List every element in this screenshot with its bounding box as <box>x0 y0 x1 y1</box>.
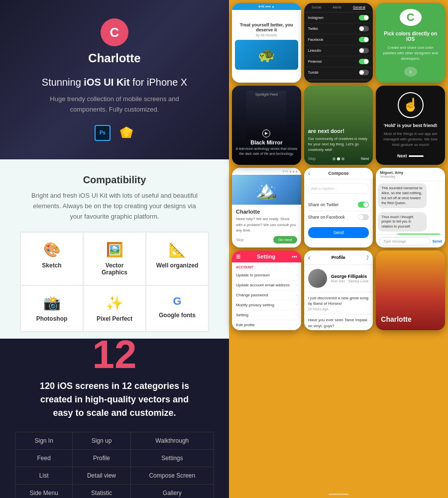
hamburger-icon[interactable]: ☰ <box>236 254 240 259</box>
pixel-feature-label: Pixel Perfect <box>97 315 132 322</box>
phone-colors: C Pick colors directly on iOS Create and… <box>376 3 445 83</box>
profile-subtitle: Ron Iver · Skinny Love <box>331 279 368 283</box>
settings-row-email[interactable]: Update account email address› <box>236 280 297 290</box>
colors-next-button[interactable]: › <box>404 67 417 77</box>
twitter-toggle[interactable] <box>359 26 369 31</box>
chat-recipient-names: Miguel, Amy <box>380 170 441 175</box>
table-cell: Settings <box>130 450 214 467</box>
profile-back-button[interactable]: ‹ <box>308 253 311 261</box>
stat-description: 120 iOS screens in 12 categories is crea… <box>35 379 194 420</box>
twitter-share-toggle[interactable] <box>358 202 369 208</box>
chat-message-input[interactable]: Type message <box>379 237 430 246</box>
pinterest-toggle[interactable] <box>359 59 369 64</box>
compose-back-button[interactable]: ‹ <box>308 170 310 177</box>
hero-title: Stunning iOS UI Kit for iPhone X <box>42 75 187 89</box>
bm-play-button[interactable]: ▶ <box>262 129 270 137</box>
settings-more-icon[interactable]: ••• <box>292 254 297 259</box>
settings-row-setting[interactable]: Setting› <box>236 310 297 320</box>
hero-subtitle: Huge trendy collection of mobile screens… <box>40 94 189 115</box>
settings-row-upgrade[interactable]: Update to premium› <box>236 270 297 280</box>
dot-2 <box>337 157 340 160</box>
nd-skip-button[interactable]: Skip <box>308 156 316 161</box>
logo-letter: C <box>110 25 119 40</box>
ob-content: Charlotte Need help? We are ready. Stuck… <box>232 205 301 248</box>
organized-feature-label: Well organized <box>156 262 198 269</box>
facebook-share-toggle[interactable] <box>358 214 369 220</box>
profile-page-title: Profile <box>332 255 345 260</box>
dot-3 <box>341 157 344 160</box>
profile-post-1-text: I just discovered a new great song by Ba… <box>308 295 369 306</box>
social-row-instagram: Instagram <box>304 12 373 23</box>
profile-text-info: George Fillipakis Ron Iver · Skinny Love <box>331 274 368 283</box>
hold-title: 'Hold' is your best friend! <box>384 123 438 128</box>
settings-row-privacy[interactable]: Modify privacy setting› <box>236 300 297 310</box>
social-row-pinterest: Pinterest <box>304 56 373 67</box>
compat-title: Compatibility <box>20 174 209 186</box>
settings-header: ☰ Setting ••• <box>232 250 301 262</box>
social-row-twitter: Twitter <box>304 23 373 34</box>
profile-post-1: I just discovered a new great song by Ba… <box>304 292 373 314</box>
social-row-tumblr: Tumblr <box>304 67 373 78</box>
photoshop-feature-icon: 📸 <box>43 295 61 311</box>
settings-title: Setting <box>257 253 275 259</box>
photoshop-feature-label: Photoshop <box>36 315 68 322</box>
phone-charlotte-final: Charlotte <box>376 250 445 330</box>
table-cell: Sign up <box>73 432 130 450</box>
table-cell: Feed <box>15 450 73 467</box>
phone-settings: ☰ Setting ••• ACCOUNT Update to premium›… <box>232 250 301 330</box>
table-cell: Gallery <box>130 485 214 498</box>
settings-row-edit-profile[interactable]: Edit profile› <box>236 320 297 330</box>
table-row: Feed Profile Settings <box>15 450 214 467</box>
settings-row-password[interactable]: Change password› <box>236 290 297 300</box>
table-cell: Compose Screen <box>130 467 214 485</box>
hero-section: C Charlotte Stunning iOS UI Kit for iPho… <box>0 0 229 159</box>
ob-gonext-button[interactable]: Go next <box>273 236 297 244</box>
hero-title-bold: iOS UI Kit <box>84 77 129 88</box>
linkedin-toggle[interactable] <box>359 48 369 53</box>
table-cell: Walkthrough <box>130 432 214 450</box>
table-cell: List <box>15 467 73 485</box>
charlotte-final-content: Charlotte <box>381 315 440 325</box>
nd-next-button[interactable]: Next <box>361 156 369 161</box>
ob-description: Need help? We are ready. Stuck with a pr… <box>236 216 297 233</box>
treat-by: By Mr.Morello <box>256 33 277 37</box>
bm-title: Black Mirror <box>235 139 298 145</box>
phone-black-mirror: Spotlight Feed ▶ Black Mirror A televisi… <box>232 86 301 165</box>
brand-logo: C <box>101 18 128 46</box>
feature-organized: 📐 Well organized <box>146 233 208 285</box>
share-twitter-label: Share on Twitter <box>308 202 339 207</box>
chat-send-button[interactable]: Send <box>432 239 442 244</box>
tab-alerts[interactable]: Alerts <box>333 5 341 9</box>
ob-landscape-image: 🏔️ <box>232 175 301 205</box>
social-row-facebook: Facebook <box>304 34 373 45</box>
chat-message-received: This sounded nonsense to Alice, so she s… <box>378 183 427 208</box>
stats-table: Sign In Sign up Walkthrough Feed Profile… <box>15 432 214 498</box>
add-new-button[interactable]: Add new <box>307 80 370 83</box>
feature-photoshop: 📸 Photoshop <box>21 286 83 331</box>
profile-share-button[interactable]: ⤴ <box>366 255 369 260</box>
hero-title-end: for iPhone X <box>130 77 188 88</box>
chat-date: Yesterday <box>380 175 441 178</box>
tab-general[interactable]: General <box>353 5 365 9</box>
instagram-toggle[interactable] <box>359 15 369 20</box>
chat-header: Miguel, Amy Yesterday <box>376 168 445 181</box>
bm-description: A television anthology series that shows… <box>235 146 298 156</box>
phone-chat: Miguel, Amy Yesterday This sounded nonse… <box>376 168 445 248</box>
compose-title: Compose <box>328 171 348 176</box>
table-cell: Detail view <box>73 467 130 485</box>
ob-skip-button[interactable]: Skip <box>236 238 244 242</box>
tab-social[interactable]: Social <box>312 5 321 9</box>
stats-section: 12 120 iOS screens in 12 categories is c… <box>0 339 229 498</box>
nd-description: Our community of creatives is ready for … <box>308 136 369 153</box>
social-tabs: Social Alerts General <box>304 3 373 12</box>
colors-desc: Create and share cool color palettes wit… <box>382 45 439 62</box>
sketch-feature-icon: 🎨 <box>43 242 61 258</box>
charlotte-final-brand: Charlotte <box>381 315 440 323</box>
hold-next-button[interactable]: Next <box>397 153 424 158</box>
tumblr-toggle[interactable] <box>359 70 369 75</box>
compose-header: ‹ Compose <box>304 168 373 179</box>
compose-input-field[interactable]: Add a caption... <box>308 183 369 194</box>
send-button[interactable]: Send <box>308 227 369 238</box>
profile-post-2-text: Have you ever seen Tame Impala on vinyl,… <box>308 317 369 328</box>
facebook-toggle[interactable] <box>359 37 369 42</box>
